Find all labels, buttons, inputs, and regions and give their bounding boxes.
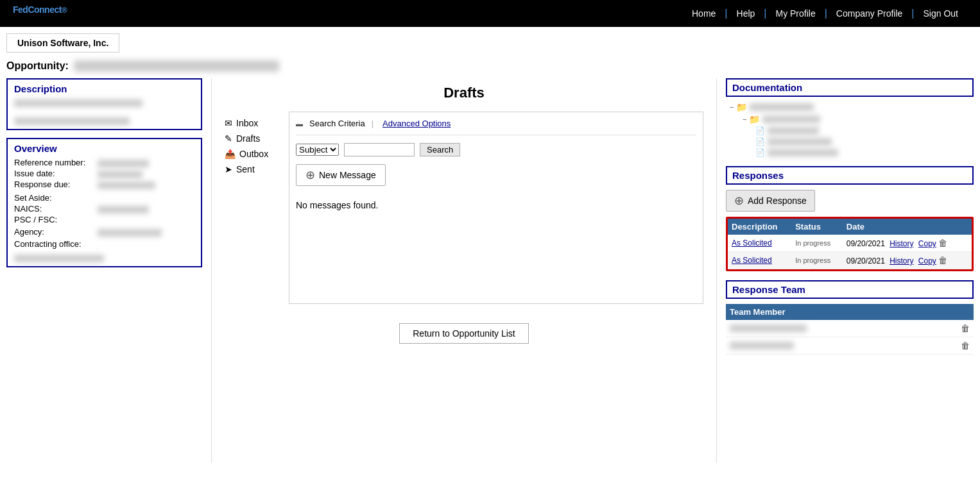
response-due-label: Response due: <box>14 180 98 189</box>
overview-row-naics: NAICS: <box>14 204 194 214</box>
doc-file-2: 📄 <box>730 137 974 146</box>
doc-file-3: 📄 <box>730 148 974 157</box>
new-message-container: ⊕ New Message <box>296 164 696 195</box>
opportunity-title: Opportunity: <box>0 58 980 78</box>
status-badge-1: In progress <box>795 239 830 247</box>
file-icon-3: 📄 <box>755 148 765 157</box>
minus-icon-1: − <box>730 103 734 111</box>
team-member-blurred-1 <box>730 324 807 332</box>
team-member-blurred-2 <box>730 342 794 349</box>
search-button[interactable]: Search <box>420 143 460 156</box>
psc-label: PSC / FSC: <box>14 215 98 224</box>
response-due-blurred <box>98 181 155 189</box>
response-team-title: Response Team <box>726 280 974 299</box>
response-due-value <box>98 180 155 189</box>
nav-drafts[interactable]: ✎ Drafts <box>225 133 282 144</box>
naics-blurred <box>98 206 149 214</box>
doc-file-1: 📄 <box>730 126 974 135</box>
overview-row-reference: Reference number: <box>14 158 194 167</box>
overview-row-set-aside: Set Aside: <box>14 193 194 203</box>
overview-title: Overview <box>14 143 194 154</box>
agency-blurred <box>98 229 162 237</box>
responses-table-wrapper: Description Status Date As Solicited In … <box>726 217 974 271</box>
delete-icon-2[interactable]: 🗑 <box>938 255 947 265</box>
drafts-title: Drafts <box>225 85 703 101</box>
description-blurred-1 <box>14 99 142 107</box>
overview-row-agency: Agency: <box>14 227 194 237</box>
minus-icon-2: − <box>743 115 746 123</box>
nav-sent[interactable]: ➤ Sent <box>225 164 282 174</box>
col-status: Status <box>791 219 843 235</box>
status-badge-2: In progress <box>795 256 830 264</box>
responses-table: Description Status Date As Solicited In … <box>728 219 972 269</box>
nav-inbox[interactable]: ✉ Inbox <box>225 118 282 128</box>
description-content <box>14 98 194 125</box>
contracting-blurred <box>14 255 104 262</box>
response-status-2: In progress <box>791 252 843 269</box>
nav-my-profile[interactable]: My Profile <box>766 8 824 19</box>
middle-panel: Drafts ✉ Inbox ✎ Drafts 📤 Outbox ➤ S <box>212 78 717 463</box>
documentation-section: Documentation − 📁 − 📁 📄 📄 <box>726 78 974 157</box>
opportunity-name-blurred <box>74 60 279 72</box>
team-delete-icon-2[interactable]: 🗑 <box>961 340 970 351</box>
company-header: Unison Software, Inc. <box>6 33 119 53</box>
issue-blurred <box>98 171 142 178</box>
plus-icon: ⊕ <box>305 168 315 182</box>
mail-nav: ✉ Inbox ✎ Drafts 📤 Outbox ➤ Sent <box>225 112 282 304</box>
documentation-title: Documentation <box>726 78 974 97</box>
overview-row-contracting: Contracting office: <box>14 239 194 249</box>
no-messages-text: No messages found. <box>296 200 696 210</box>
table-row: 🗑 <box>726 320 974 337</box>
agency-value <box>98 227 162 237</box>
overview-row-issue: Issue date: <box>14 169 194 178</box>
advanced-options-link[interactable]: Advanced Options <box>383 119 451 128</box>
nav-home[interactable]: Home <box>683 8 725 19</box>
team-table: Team Member 🗑 🗑 <box>726 304 974 355</box>
doc-tree: − 📁 − 📁 📄 📄 📄 <box>726 102 974 157</box>
team-member-2: 🗑 <box>726 337 974 355</box>
nav-help[interactable]: Help <box>728 8 764 19</box>
delete-icon-1[interactable]: 🗑 <box>938 238 947 248</box>
add-response-label: Add Response <box>748 196 807 206</box>
ref-value <box>98 158 149 167</box>
mail-content: ▬ Search Criteria | Advanced Options Sub… <box>289 112 703 304</box>
doc-folder-1: − 📁 <box>730 102 974 112</box>
history-link-1[interactable]: History <box>890 239 913 248</box>
nav-links: Home | Help | My Profile | Company Profi… <box>683 8 967 19</box>
date-2: 09/20/2021 <box>847 256 885 265</box>
ref-blurred <box>98 160 149 167</box>
response-description-2: As Solicited <box>728 252 791 269</box>
file-icon-1: 📄 <box>755 126 765 135</box>
overview-row-response-due: Response due: <box>14 180 194 189</box>
contracting-label: Contracting office: <box>14 239 98 249</box>
description-title: Description <box>14 83 194 94</box>
search-input[interactable] <box>344 143 415 156</box>
main-layout: Description Overview Reference number: I… <box>0 78 980 463</box>
description-blurred-2 <box>14 117 130 125</box>
issue-value <box>98 169 142 178</box>
response-desc-link-1[interactable]: As Solicited <box>732 239 772 248</box>
company-name: Unison Software, Inc. <box>17 38 108 48</box>
nav-outbox[interactable]: 📤 Outbox <box>225 149 282 159</box>
overview-row-psc: PSC / FSC: <box>14 215 194 224</box>
nav-sign-out[interactable]: Sign Out <box>915 8 967 19</box>
response-desc-link-2[interactable]: As Solicited <box>732 256 772 265</box>
add-icon: ⊕ <box>734 194 744 208</box>
file-name-3 <box>768 149 838 156</box>
history-link-2[interactable]: History <box>890 256 913 265</box>
outbox-label: Outbox <box>239 149 268 159</box>
sent-label: Sent <box>236 164 255 174</box>
add-response-button[interactable]: ⊕ Add Response <box>726 190 815 212</box>
file-name-1 <box>768 127 819 135</box>
team-delete-icon-1[interactable]: 🗑 <box>961 323 970 333</box>
return-to-opportunity-list-button[interactable]: Return to Opportunity List <box>399 323 529 344</box>
copy-link-2[interactable]: Copy <box>918 256 936 265</box>
search-subject-select[interactable]: Subject <box>296 144 339 156</box>
naics-label: NAICS: <box>14 204 98 214</box>
sent-icon: ➤ <box>225 164 232 174</box>
folder-name-1 <box>750 103 814 111</box>
new-message-button[interactable]: ⊕ New Message <box>296 164 386 186</box>
copy-link-1[interactable]: Copy <box>918 239 936 248</box>
right-panel: Documentation − 📁 − 📁 📄 📄 <box>717 78 974 463</box>
nav-company-profile[interactable]: Company Profile <box>827 8 912 19</box>
